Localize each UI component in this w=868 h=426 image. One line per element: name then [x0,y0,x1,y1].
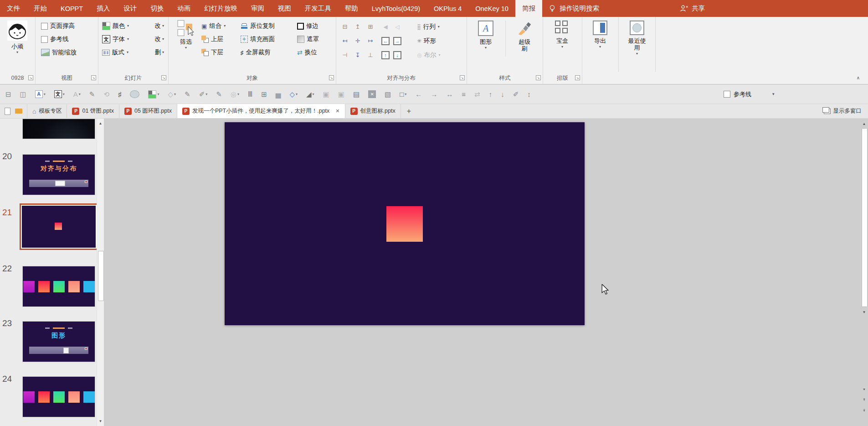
flip-shadow-icon[interactable]: ◢▾ [306,91,314,98]
send-backward-button[interactable]: 下层 [201,47,226,57]
flip-horizontal-icon[interactable]: ◀ [383,24,387,30]
swap-position-button[interactable]: ⇄ 换位 [297,47,319,57]
push-left-icon[interactable]: ← [381,37,390,45]
canvas-scrollbar-thumb[interactable] [862,128,868,307]
center-in-slide-icon[interactable]: ✛ [355,37,360,44]
layer-front-icon[interactable]: ▣ [323,91,329,98]
thumbnail-23[interactable]: 图形 [22,321,95,362]
push-up-icon[interactable]: ↑ [381,51,390,59]
shape-edit-icon[interactable]: ✐▾ [199,91,208,98]
shape-button[interactable]: A 图形 ▾ [472,21,500,50]
swap-position-icon[interactable]: ≡ [462,91,466,98]
menu-tab-slideshow[interactable]: 幻灯片放映 [197,0,244,17]
dialog-launcher-icon[interactable]: ↘ [91,75,96,80]
menu-tab-insert[interactable]: 插入 [90,0,117,17]
text-style-icon[interactable]: A▾ [35,90,46,98]
align-left-edge-icon[interactable]: ← [415,91,422,98]
menu-tab-animation[interactable]: 动画 [170,0,197,17]
tab-plugin-active[interactable]: P 发现一个PPT小插件，使用起来爽爆了，太好用！.pptx ✕ [177,104,345,118]
canvas-scroll-down-icon[interactable]: ▼ [861,308,868,316]
dialog-launcher-icon[interactable]: ↘ [460,75,465,80]
paint-bucket-icon[interactable]: ◇▾ [168,91,176,98]
dialog-launcher-icon[interactable]: ↘ [28,75,33,80]
page-height-checkbox[interactable]: 页面撑高 [41,21,77,31]
font-modify-button[interactable]: 改 ▾ [154,35,164,43]
guides-toggle[interactable]: 参考线 [724,85,751,104]
distribute-center-icon[interactable]: ◫ [20,91,26,98]
columns-icon[interactable]: Ⅲ [248,91,252,98]
scroll-down-extra-icon[interactable]: ▾ [861,385,868,393]
dialog-launcher-icon[interactable]: ↘ [329,75,334,80]
align-bottom-icon[interactable]: ↧ [355,52,360,58]
menu-tab-koppt[interactable]: KOPPT [54,0,90,17]
thumbnail-22[interactable] [22,266,95,307]
super-brush-button[interactable]: 超级刷 [511,21,538,52]
guides-checkbox[interactable]: 参考线 [41,34,77,44]
collapse-ribbon-icon[interactable]: ∧ [857,75,860,80]
dialog-launcher-icon[interactable]: ↘ [536,75,541,80]
align-left-icon[interactable]: ↤ [343,37,348,44]
crop-anchor-icon[interactable]: ♯ [118,91,122,98]
canvas-scroll-up-icon[interactable]: ▲ [861,120,868,127]
replace-image-icon[interactable]: ⇄ [474,91,480,98]
next-slide-button[interactable]: ↡ [861,406,868,414]
table-edit-icon[interactable]: ⊞ [261,91,267,98]
dialog-launcher-icon[interactable]: ↘ [161,75,166,80]
export-button[interactable]: 导出 ▾ [589,21,611,49]
rows-columns-button[interactable]: ⣿ 行列 ▾ [417,20,441,34]
trim-edge-button[interactable]: 修边 [297,21,319,31]
equal-height-icon[interactable]: ↕ [527,91,531,98]
align-right-edge-icon[interactable]: → [431,91,437,98]
eyedropper-icon[interactable]: ✎ [89,91,95,98]
slide-editing-surface[interactable] [225,122,585,325]
eyedropper2-icon[interactable]: ✎ [185,91,190,98]
thumbnail-19-partial[interactable] [22,119,95,139]
format-brush-icon[interactable]: ✐ [513,91,519,98]
thumbnail-24[interactable] [22,376,95,417]
mask-button[interactable]: 遮罩 [297,34,319,44]
color-modify-button[interactable]: 改 ▾ [154,22,164,30]
layout-button[interactable]: 版式 [112,48,124,57]
menu-tab-transition[interactable]: 切换 [144,0,170,17]
panel-scrollbar-thumb[interactable] [98,251,104,301]
align-top-edge-icon[interactable]: ↑ [489,91,493,98]
bar-chart-icon[interactable]: ▅ [276,91,281,98]
align-right-icon[interactable]: ↦ [368,37,373,44]
thumbnail-21-selected[interactable] [20,203,98,250]
menu-tab-okplus[interactable]: OKPlus 4 [427,0,468,17]
tab-template-zone[interactable]: ⌂ 模板专区 [27,104,67,118]
menu-tab-file[interactable]: 文件 [0,0,27,17]
distribute-horizontal-icon[interactable]: ↔ [446,91,453,98]
delete-button[interactable]: 删 ▾ [154,48,164,57]
folder-icon[interactable] [15,109,22,114]
recent-used-button[interactable]: 最近使用 ▾ [624,21,650,56]
close-icon[interactable]: ✕ [335,108,339,114]
delete-x-icon[interactable]: ✕ [368,90,376,98]
menu-tab-onekey[interactable]: OneKey 10 [468,0,515,17]
fill-canvas-button[interactable]: ✛ 填充画面 [241,34,275,44]
slide-canvas-area[interactable] [104,119,868,426]
duplicate-in-place-button[interactable]: 原位复制 [241,21,275,31]
share-button[interactable]: 共享 [680,0,705,17]
scroll-up-icon[interactable]: ▲ [97,119,104,127]
menu-tab-design[interactable]: 设计 [117,0,144,17]
toolbar-overflow-icon[interactable]: ▾ [772,92,775,96]
distribute-h-icon[interactable]: ⊣ [342,52,347,58]
menu-tab-jianbao-active[interactable]: 简报 [515,0,542,17]
push-down-icon[interactable]: ↓ [393,51,401,59]
dialog-launcher-icon[interactable]: ↘ [575,75,580,80]
smart-zoom-button[interactable]: 智能缩放 [41,47,77,57]
new-tab-button[interactable]: + [401,107,417,115]
tab-creative-icons[interactable]: P 创意图标.pptx [345,104,401,118]
align-bottom-edge-icon[interactable]: ↓ [501,91,504,98]
menu-tab-lvyhtools[interactable]: LvyhTools(0429) [365,0,427,17]
boolean-circles-icon[interactable]: ◎▾ [231,91,239,98]
image-restore-icon[interactable]: ⟲ [103,91,109,98]
thumbnail-20[interactable]: 对齐与分布 [22,154,95,195]
frame-crop-icon[interactable]: □▾ [400,91,406,98]
font-disabled-icon[interactable]: A▾ [73,91,81,98]
push-right-icon[interactable]: → [393,37,401,45]
tab-pie-chart[interactable]: P 01 饼图.pptx [67,104,119,118]
flip-vertical-icon[interactable]: ◁ [395,24,399,30]
fullscreen-crop-button[interactable]: ♯ 全屏裁剪 [241,47,275,57]
